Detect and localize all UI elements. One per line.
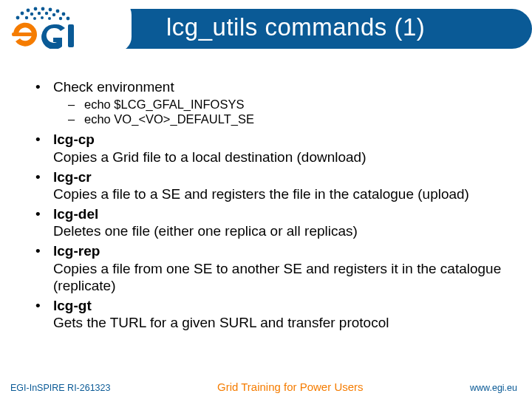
- header: lcg_utils commands (1): [0, 0, 532, 58]
- cmd-desc: Copies a Grid file to a local destinatio…: [53, 149, 505, 166]
- svg-point-2: [49, 8, 52, 12]
- slide: lcg_utils commands (1) Check environment…: [0, 0, 532, 399]
- cmd-name: lcg-cp: [53, 132, 95, 147]
- svg-point-6: [62, 13, 66, 16]
- svg-rect-19: [68, 24, 74, 47]
- cmd-desc: Gets the TURL for a given SURL and trans…: [53, 314, 505, 331]
- svg-point-17: [48, 17, 51, 20]
- cmd-name: lcg-del: [53, 206, 98, 222]
- svg-point-8: [66, 17, 70, 21]
- svg-point-1: [41, 7, 45, 11]
- env-line: echo $LCG_GFAL_INFOSYS: [68, 97, 505, 112]
- svg-point-11: [45, 12, 48, 15]
- bullet-cmd: lcg-del Deletes one file (either one rep…: [34, 205, 505, 239]
- bullet-list: Check environment echo $LCG_GFAL_INFOSYS…: [34, 78, 505, 331]
- svg-point-14: [59, 17, 62, 20]
- bullet-cmd: lcg-cp Copies a Grid file to a local des…: [34, 131, 505, 165]
- svg-point-7: [16, 16, 20, 20]
- svg-rect-18: [12, 33, 33, 36]
- svg-point-12: [52, 13, 55, 16]
- footer-right: www.egi.eu: [470, 383, 517, 393]
- footer-center: Grid Training for Power Users: [110, 381, 470, 393]
- svg-point-4: [56, 10, 60, 13]
- env-heading: Check environment: [53, 79, 174, 95]
- env-sublist: echo $LCG_GFAL_INFOSYS echo VO_<VO>_DEFA…: [68, 97, 505, 126]
- cmd-name: lcg-gt: [53, 298, 92, 313]
- footer: EGI-InSPIRE RI-261323 Grid Training for …: [0, 365, 532, 399]
- cmd-name: lcg-cr: [53, 169, 92, 185]
- env-line: echo VO_<VO>_DEFAULT_SE: [68, 112, 505, 126]
- bullet-env: Check environment echo $LCG_GFAL_INFOSYS…: [34, 78, 505, 126]
- bullet-cmd: lcg-gt Gets the TURL for a given SURL an…: [34, 297, 505, 331]
- cmd-desc: Deletes one file (either one replica or …: [53, 222, 505, 239]
- logo-plate: [0, 0, 132, 52]
- slide-body: Check environment echo $LCG_GFAL_INFOSYS…: [0, 58, 532, 365]
- svg-point-0: [34, 7, 38, 11]
- footer-left: EGI-InSPIRE RI-261323: [10, 383, 110, 393]
- egi-logo-icon: [7, 4, 124, 49]
- svg-point-16: [41, 16, 44, 19]
- svg-point-5: [21, 12, 24, 16]
- bullet-cmd: lcg-cr Copies a file to a SE and registe…: [34, 168, 505, 202]
- cmd-desc: Copies a file to a SE and registers the …: [53, 185, 505, 202]
- cmd-desc: Copies a file from one SE to another SE …: [53, 260, 505, 294]
- slide-title: lcg_utils commands (1): [166, 13, 425, 41]
- cmd-name: lcg-rep: [53, 243, 100, 259]
- svg-point-15: [33, 17, 36, 20]
- svg-point-9: [30, 13, 33, 16]
- svg-point-3: [27, 9, 30, 13]
- bullet-cmd: lcg-rep Copies a file from one SE to ano…: [34, 242, 505, 294]
- svg-point-13: [25, 16, 28, 19]
- svg-point-10: [38, 12, 41, 15]
